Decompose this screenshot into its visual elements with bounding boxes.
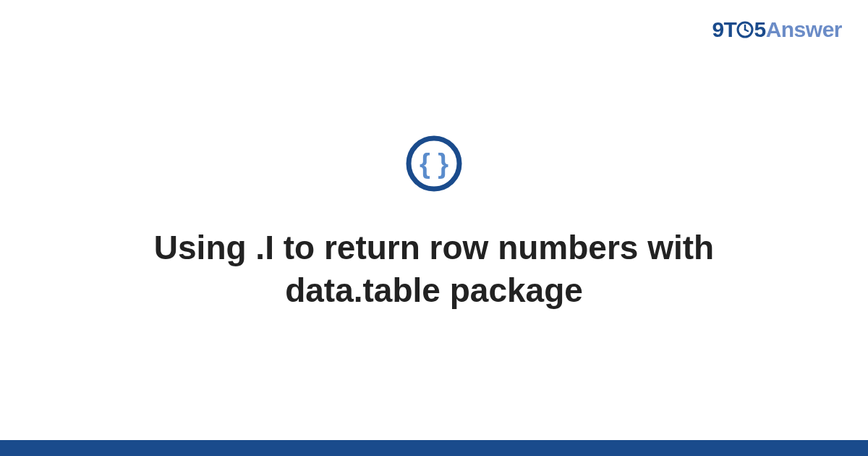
page-title: Using .I to return row numbers with data…	[109, 227, 760, 312]
svg-text:{ }: { }	[420, 148, 448, 179]
bottom-accent-bar	[0, 440, 868, 456]
code-braces-icon: { }	[406, 135, 462, 192]
main-content: { } Using .I to return row numbers with …	[0, 0, 868, 440]
